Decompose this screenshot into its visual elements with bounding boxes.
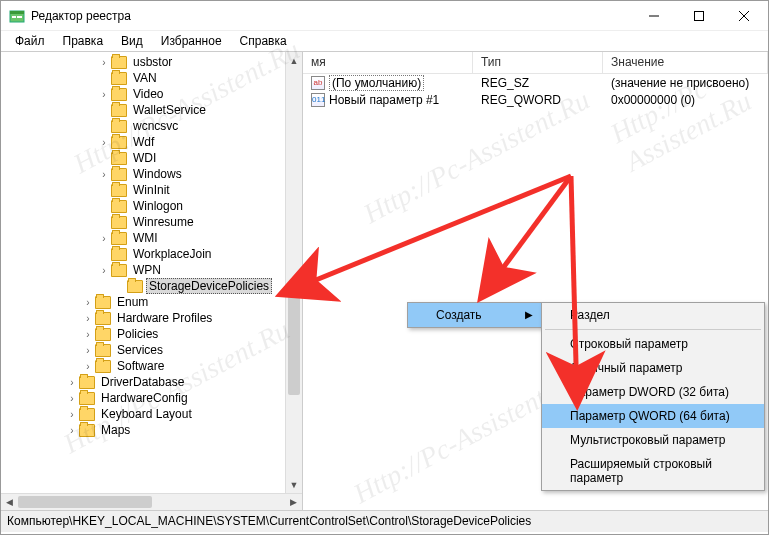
scroll-down-icon[interactable]: ▼	[286, 476, 302, 493]
scroll-thumb[interactable]	[18, 496, 152, 508]
scroll-thumb[interactable]	[288, 293, 300, 395]
tree-item-label[interactable]: Maps	[98, 423, 133, 437]
folder-icon	[111, 248, 127, 261]
expander-icon[interactable]: ›	[81, 313, 95, 324]
scroll-up-icon[interactable]: ▲	[286, 52, 302, 69]
tree-item[interactable]: ›Services	[1, 342, 302, 358]
tree-item[interactable]: WDI	[1, 150, 302, 166]
tree-item[interactable]: ›Wdf	[1, 134, 302, 150]
menu-view[interactable]: Вид	[113, 32, 151, 50]
tree-item-label[interactable]: WorkplaceJoin	[130, 247, 214, 261]
tree-item-label[interactable]: WMI	[130, 231, 161, 245]
tree-item[interactable]: ›Software	[1, 358, 302, 374]
folder-icon	[95, 312, 111, 325]
folder-icon	[111, 184, 127, 197]
submenu-item-key[interactable]: Раздел	[542, 303, 764, 327]
tree-item-label[interactable]: Wdf	[130, 135, 157, 149]
expander-icon[interactable]: ›	[81, 345, 95, 356]
tree-item[interactable]: WinInit	[1, 182, 302, 198]
expander-icon[interactable]: ›	[97, 233, 111, 244]
tree-item[interactable]: Winresume	[1, 214, 302, 230]
tree-item[interactable]: ›Windows	[1, 166, 302, 182]
tree-item-label[interactable]: Enum	[114, 295, 151, 309]
minimize-button[interactable]	[631, 1, 676, 30]
tree-item-label[interactable]: WinInit	[130, 183, 173, 197]
scroll-left-icon[interactable]: ◀	[1, 494, 18, 510]
submenu-label: Параметр DWORD (32 бита)	[570, 385, 729, 399]
menu-favorites[interactable]: Избранное	[153, 32, 230, 50]
tree-horizontal-scrollbar[interactable]: ◀ ▶	[1, 493, 302, 510]
folder-icon	[95, 360, 111, 373]
tree-item[interactable]: ›usbstor	[1, 54, 302, 70]
tree-item[interactable]: ›HardwareConfig	[1, 390, 302, 406]
tree-item-label[interactable]: Video	[130, 87, 166, 101]
expander-icon[interactable]: ›	[81, 361, 95, 372]
tree-item[interactable]: ›Video	[1, 86, 302, 102]
tree-item[interactable]: StorageDevicePolicies	[1, 278, 302, 294]
context-item-create[interactable]: Создать ▶	[408, 303, 541, 327]
menu-edit[interactable]: Правка	[55, 32, 112, 50]
close-button[interactable]	[721, 1, 766, 30]
tree-item-label[interactable]: Software	[114, 359, 167, 373]
tree-item[interactable]: Winlogon	[1, 198, 302, 214]
tree-view[interactable]: ›usbstorVAN›VideoWalletServicewcncsvc›Wd…	[1, 52, 302, 493]
tree-item-label[interactable]: StorageDevicePolicies	[146, 278, 272, 294]
tree-item[interactable]: WalletService	[1, 102, 302, 118]
tree-vertical-scrollbar[interactable]: ▲ ▼	[285, 52, 302, 493]
expander-icon[interactable]: ›	[97, 169, 111, 180]
tree-item[interactable]: ›Maps	[1, 422, 302, 438]
maximize-button[interactable]	[676, 1, 721, 30]
tree-item[interactable]: ›WPN	[1, 262, 302, 278]
tree-item[interactable]: ›Hardware Profiles	[1, 310, 302, 326]
expander-icon[interactable]: ›	[97, 265, 111, 276]
tree-item-label[interactable]: Winresume	[130, 215, 197, 229]
tree-item[interactable]: ›DriverDatabase	[1, 374, 302, 390]
submenu-item-qword[interactable]: Параметр QWORD (64 бита)	[542, 404, 764, 428]
tree-item-label[interactable]: VAN	[130, 71, 160, 85]
tree-item-label[interactable]: HardwareConfig	[98, 391, 191, 405]
submenu-item-binary[interactable]: Двоичный параметр	[542, 356, 764, 380]
tree-item-label[interactable]: Services	[114, 343, 166, 357]
expander-icon[interactable]: ›	[65, 393, 79, 404]
tree-item[interactable]: ›WMI	[1, 230, 302, 246]
submenu-item-string[interactable]: Строковый параметр	[542, 332, 764, 356]
tree-item[interactable]: ›Policies	[1, 326, 302, 342]
expander-icon[interactable]: ›	[65, 425, 79, 436]
tree-item[interactable]: ›Keyboard Layout	[1, 406, 302, 422]
tree-item[interactable]: wcncsvc	[1, 118, 302, 134]
tree-item-label[interactable]: Winlogon	[130, 199, 186, 213]
list-header: мя Тип Значение	[303, 52, 768, 74]
folder-icon	[111, 136, 127, 149]
list-row[interactable]: 011Новый параметр #1REG_QWORD0x00000000 …	[303, 91, 768, 108]
column-type[interactable]: Тип	[473, 52, 603, 73]
tree-item-label[interactable]: usbstor	[130, 55, 175, 69]
tree-item-label[interactable]: WDI	[130, 151, 159, 165]
expander-icon[interactable]: ›	[97, 137, 111, 148]
tree-item-label[interactable]: Policies	[114, 327, 161, 341]
tree-item-label[interactable]: Keyboard Layout	[98, 407, 195, 421]
tree-item-label[interactable]: wcncsvc	[130, 119, 181, 133]
list-row[interactable]: ab(По умолчанию)REG_SZ(значение не присв…	[303, 74, 768, 91]
tree-item-label[interactable]: WalletService	[130, 103, 209, 117]
menu-file[interactable]: Файл	[7, 32, 53, 50]
expander-icon[interactable]: ›	[97, 89, 111, 100]
expander-icon[interactable]: ›	[65, 409, 79, 420]
expander-icon[interactable]: ›	[81, 329, 95, 340]
expander-icon[interactable]: ›	[81, 297, 95, 308]
tree-item-label[interactable]: Hardware Profiles	[114, 311, 215, 325]
tree-item[interactable]: WorkplaceJoin	[1, 246, 302, 262]
submenu-item-expand[interactable]: Расширяемый строковый параметр	[542, 452, 764, 490]
tree-item[interactable]: VAN	[1, 70, 302, 86]
column-name[interactable]: мя	[303, 52, 473, 73]
scroll-right-icon[interactable]: ▶	[285, 494, 302, 510]
expander-icon[interactable]: ›	[97, 57, 111, 68]
tree-item[interactable]: ›Enum	[1, 294, 302, 310]
column-value[interactable]: Значение	[603, 52, 768, 73]
tree-item-label[interactable]: Windows	[130, 167, 185, 181]
menu-help[interactable]: Справка	[232, 32, 295, 50]
tree-item-label[interactable]: DriverDatabase	[98, 375, 187, 389]
submenu-item-dword[interactable]: Параметр DWORD (32 бита)	[542, 380, 764, 404]
tree-item-label[interactable]: WPN	[130, 263, 164, 277]
expander-icon[interactable]: ›	[65, 377, 79, 388]
submenu-item-multi[interactable]: Мультистроковый параметр	[542, 428, 764, 452]
